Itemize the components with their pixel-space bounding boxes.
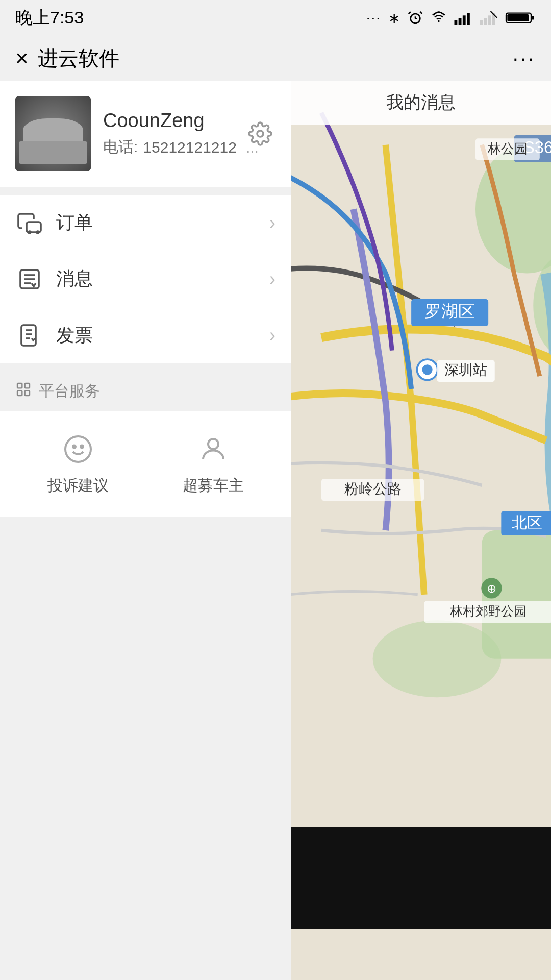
driver-label: 超募车主 — [183, 475, 244, 496]
services-grid: 投诉建议 超募车主 — [0, 411, 291, 517]
orders-arrow: › — [269, 212, 276, 234]
map-black-bar — [291, 827, 551, 929]
phone-number: 15212121212 — [143, 139, 237, 156]
svg-rect-30 — [21, 325, 36, 346]
nav-left: × 进云软件 — [15, 44, 119, 72]
message-icon — [15, 265, 44, 293]
svg-text:北区: 北区 — [512, 514, 542, 531]
car-icon — [15, 209, 44, 237]
battery-icon — [505, 11, 536, 25]
platform-header: 平台服务 — [0, 372, 291, 411]
settings-button[interactable] — [245, 118, 276, 149]
smiley-icon — [60, 431, 96, 467]
alarm-icon — [407, 10, 423, 26]
svg-text:深圳站: 深圳站 — [444, 362, 487, 378]
svg-rect-8 — [484, 18, 487, 25]
status-bar: 晚上7:53 ··· ∗ — [0, 0, 551, 36]
svg-rect-14 — [507, 14, 529, 21]
avatar-car-image — [15, 96, 91, 172]
signal2-icon — [480, 11, 498, 25]
svg-rect-3 — [455, 20, 458, 25]
status-time: 晚上7:53 — [15, 6, 84, 30]
platform-header-icon — [15, 381, 32, 401]
svg-point-39 — [73, 446, 76, 448]
map-background: 我的消息 — [291, 81, 551, 980]
svg-point-21 — [76, 136, 82, 140]
signal-icon — [454, 11, 472, 25]
svg-text:林村郊野公园: 林村郊野公园 — [449, 604, 527, 618]
svg-rect-5 — [463, 15, 466, 25]
gear-icon — [248, 121, 272, 146]
my-messages-label: 我的消息 — [291, 81, 551, 125]
service-item-complaint[interactable]: 投诉建议 — [15, 431, 140, 496]
svg-point-46 — [373, 620, 502, 697]
messages-arrow: › — [269, 268, 276, 290]
orders-label: 订单 — [56, 210, 269, 235]
platform-section: 平台服务 投诉建议 — [0, 372, 291, 517]
svg-rect-13 — [531, 16, 534, 20]
svg-point-40 — [81, 446, 83, 448]
status-icons: ··· ∗ — [366, 10, 536, 27]
svg-point-17 — [30, 142, 44, 157]
svg-text:⊕: ⊕ — [487, 582, 496, 595]
svg-point-20 — [67, 146, 74, 153]
messages-label: 消息 — [56, 266, 269, 291]
more-icon[interactable]: ··· — [513, 47, 536, 70]
menu-item-invoice[interactable]: 发票 › — [0, 307, 291, 363]
complaint-label: 投诉建议 — [47, 475, 109, 496]
profile-section: CoounZeng 电话: 15212121212 ... — [0, 81, 291, 187]
svg-rect-7 — [480, 20, 483, 25]
invoice-label: 发票 — [56, 323, 269, 348]
platform-header-title: 平台服务 — [39, 381, 100, 402]
menu-item-messages[interactable]: 消息 › — [0, 251, 291, 307]
svg-rect-36 — [17, 391, 22, 396]
svg-text:林公园: 林公园 — [487, 141, 528, 156]
wifi-icon — [431, 11, 447, 25]
svg-rect-37 — [25, 391, 30, 396]
close-icon[interactable]: × — [15, 47, 29, 69]
svg-rect-4 — [459, 18, 462, 25]
menu-section: 订单 › 消息 › — [0, 195, 291, 363]
svg-point-41 — [208, 439, 218, 449]
app-title: 进云软件 — [38, 44, 119, 72]
signal-dots-icon: ··· — [366, 10, 381, 26]
main-layout: CoounZeng 电话: 15212121212 ... — [0, 81, 551, 980]
service-item-driver[interactable]: 超募车主 — [151, 431, 276, 496]
svg-rect-6 — [467, 13, 470, 25]
avatar[interactable] — [15, 96, 91, 172]
phone-label: 电话: — [103, 137, 138, 158]
svg-point-18 — [33, 146, 40, 153]
right-panel: 我的消息 — [291, 81, 551, 980]
nav-bar: × 进云软件 ··· — [0, 36, 551, 81]
svg-rect-34 — [17, 383, 22, 388]
menu-item-orders[interactable]: 订单 › — [0, 195, 291, 251]
svg-point-38 — [65, 436, 91, 462]
svg-point-52 — [422, 364, 433, 375]
bluetooth-icon: ∗ — [388, 10, 400, 27]
svg-point-22 — [257, 131, 263, 137]
svg-rect-9 — [488, 15, 491, 25]
invoice-arrow: › — [269, 325, 276, 346]
left-panel: CoounZeng 电话: 15212121212 ... — [0, 81, 291, 980]
svg-point-19 — [63, 142, 78, 157]
svg-rect-16 — [15, 96, 91, 172]
invoice-icon — [15, 321, 44, 350]
person-icon — [195, 431, 231, 467]
svg-text:罗湖区: 罗湖区 — [424, 302, 475, 321]
svg-text:粉岭公路: 粉岭公路 — [344, 481, 402, 497]
svg-rect-35 — [25, 383, 30, 388]
